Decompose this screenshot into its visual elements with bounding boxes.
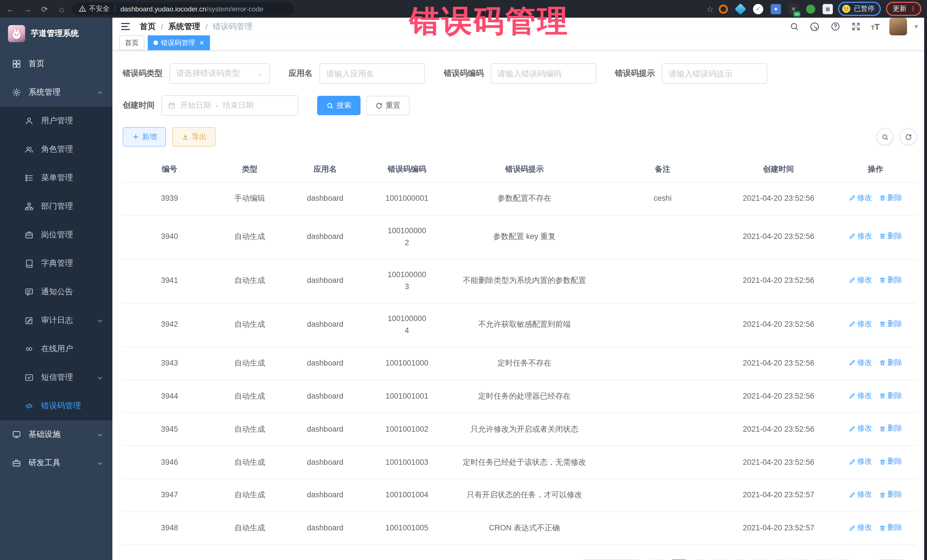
blue-gem-extension-icon[interactable] [735, 3, 746, 15]
app-logo[interactable]: 芋道管理系统 [0, 18, 112, 50]
sidebar-item-5[interactable]: 部门管理 [0, 192, 112, 221]
user-caret-icon[interactable]: ▼ [913, 23, 919, 30]
orange-ring-extension-icon[interactable] [719, 4, 728, 14]
sidebar-item-4[interactable]: 菜单管理 [0, 164, 112, 192]
delete-link[interactable]: 删除 [879, 489, 902, 501]
cell-memo [602, 446, 723, 479]
edit-link[interactable]: 修改 [849, 231, 872, 242]
cell-memo [602, 259, 723, 303]
tab-home[interactable]: 首页 [119, 35, 144, 50]
green-check-extension-icon[interactable]: ✓ [753, 4, 763, 14]
add-button[interactable]: 新增 [123, 127, 166, 147]
date-range-picker[interactable]: 开始日期 - 结束日期 [161, 95, 298, 116]
error-type-select[interactable]: 请选择错误码类型 ⌄ [169, 63, 270, 84]
green-plant-extension-icon[interactable] [806, 4, 815, 14]
extension-paused-pill[interactable]: 已暂停 [838, 2, 881, 16]
user-avatar[interactable] [889, 18, 907, 35]
cell-time: 2021-04-20 23:52:56 [723, 380, 834, 413]
table-header-row: 编号 类型 应用名 错误码编码 错误码提示 备注 创建时间 操作 [123, 157, 917, 182]
bookmark-star-icon[interactable]: ☆ [707, 4, 714, 14]
delete-link[interactable]: 删除 [879, 390, 902, 401]
chevron-down-icon: ⌄ [258, 70, 263, 77]
delete-link[interactable]: 删除 [879, 231, 902, 242]
dark-list-extension-icon[interactable]: ≡on [789, 4, 799, 14]
delete-link[interactable]: 删除 [879, 318, 902, 329]
browser-menu-icon[interactable]: ⋮ [910, 6, 916, 12]
sidebar-item-2[interactable]: 用户管理 [0, 107, 112, 135]
delete-link[interactable]: 删除 [879, 522, 902, 533]
edit-link[interactable]: 修改 [849, 192, 872, 203]
home-icon[interactable]: ⌂ [57, 4, 66, 14]
fullscreen-icon[interactable] [851, 21, 862, 32]
announcement-icon [24, 287, 33, 297]
sidebar-item-3[interactable]: 角色管理 [0, 135, 112, 164]
sidebar-item-8[interactable]: 通知公告 [0, 278, 112, 306]
edit-link[interactable]: 修改 [849, 275, 872, 286]
sidebar-item-6[interactable]: 岗位管理 [0, 221, 112, 249]
edit-link[interactable]: 修改 [849, 390, 872, 401]
back-icon[interactable]: ← [6, 4, 15, 14]
dictionary-icon [24, 259, 33, 268]
breadcrumb-system[interactable]: 系统管理 [168, 21, 200, 32]
sidebar-item-14[interactable]: 研发工具 [0, 449, 112, 477]
error-code-input[interactable] [491, 63, 596, 84]
sidebar-item-7[interactable]: 字典管理 [0, 249, 112, 278]
cell-msg: 只允许修改为开启或者关闭状态 [447, 413, 602, 446]
cell-code: 1001000003 [367, 259, 447, 303]
sidebar-item-11[interactable]: 短信管理 [0, 363, 112, 392]
pencil-icon [849, 233, 856, 240]
collapse-menu-icon[interactable] [120, 22, 131, 31]
blue-grid-extension-icon[interactable]: ◆ [771, 4, 781, 14]
breadcrumb-home[interactable]: 首页 [140, 21, 156, 32]
delete-link[interactable]: 删除 [879, 192, 902, 203]
edit-link[interactable]: 修改 [849, 489, 872, 501]
error-msg-label: 错误码提示 [615, 68, 655, 79]
font-size-icon[interactable]: TT [871, 22, 880, 31]
divider [115, 5, 115, 12]
help-icon[interactable] [830, 21, 841, 32]
sidebar-item-0[interactable]: 首页 [0, 50, 112, 78]
sidebar-item-13[interactable]: 基础设施 [0, 420, 112, 449]
edit-link[interactable]: 修改 [849, 357, 872, 368]
puzzle-extension-icon[interactable]: ◼ [823, 4, 833, 14]
reset-button[interactable]: 重置 [366, 96, 410, 115]
edit-link[interactable]: 修改 [849, 423, 872, 434]
cell-msg: 不允许获取敏感配置到前端 [447, 303, 602, 347]
search-button[interactable]: 搜索 [317, 96, 360, 115]
forward-icon[interactable]: → [23, 4, 32, 14]
delete-link[interactable]: 删除 [879, 357, 902, 368]
refresh-table-button[interactable] [900, 128, 917, 146]
toggle-search-button[interactable] [876, 128, 894, 146]
github-icon[interactable] [810, 21, 820, 32]
scrollbar[interactable] [924, 18, 927, 560]
infrastructure-icon [11, 430, 21, 439]
users-icon [24, 144, 33, 154]
close-tab-icon[interactable]: ✕ [199, 39, 204, 47]
error-msg-input[interactable] [662, 63, 767, 84]
error-code-icon [24, 401, 33, 411]
delete-link[interactable]: 删除 [879, 456, 902, 467]
browser-update-button[interactable]: 更新 ⋮ [886, 2, 921, 16]
address-bar[interactable]: 不安全 dashboard.yudao.iocoder.cn/system/er… [72, 2, 294, 15]
tab-error-code[interactable]: 错误码管理 ✕ [148, 35, 210, 50]
pencil-icon [849, 359, 856, 366]
cell-id: 3944 [123, 380, 216, 413]
sidebar-item-1[interactable]: 系统管理 [0, 78, 112, 107]
sidebar-item-9[interactable]: 审计日志 [0, 306, 112, 335]
edit-link[interactable]: 修改 [849, 318, 872, 329]
trash-icon [879, 320, 886, 327]
cell-time: 2021-04-20 23:52:56 [723, 303, 834, 347]
sidebar-item-12[interactable]: 错误码管理 [0, 392, 112, 420]
pencil-icon [849, 392, 856, 399]
reload-icon[interactable]: ⟳ [40, 4, 49, 14]
edit-link[interactable]: 修改 [849, 456, 872, 467]
delete-link[interactable]: 删除 [879, 423, 902, 434]
export-button[interactable]: 导出 [172, 127, 216, 147]
audit-log-icon [24, 316, 33, 325]
edit-link[interactable]: 修改 [849, 522, 872, 533]
delete-link[interactable]: 删除 [879, 275, 902, 286]
sidebar-item-10[interactable]: 在线用户 [0, 335, 112, 363]
not-secure-badge[interactable]: 不安全 [79, 4, 109, 14]
search-icon[interactable] [789, 21, 800, 32]
app-name-input[interactable] [319, 63, 425, 84]
